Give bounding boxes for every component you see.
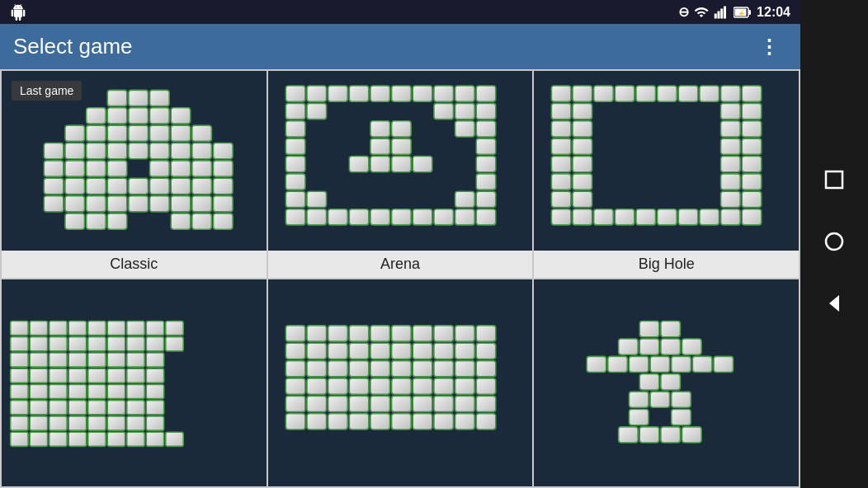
svg-rect-262 (413, 378, 432, 394)
svg-rect-191 (146, 353, 163, 367)
svg-rect-281 (391, 414, 411, 429)
svg-rect-155 (721, 209, 741, 225)
svg-rect-246 (285, 361, 305, 377)
flat-game-svg (268, 279, 533, 486)
svg-rect-277 (307, 414, 327, 429)
svg-rect-105 (349, 209, 369, 225)
svg-rect-303 (650, 392, 670, 407)
svg-rect-284 (455, 414, 474, 429)
svg-rect-115 (594, 86, 614, 101)
game-card-spiral[interactable] (2, 279, 267, 486)
svg-rect-108 (413, 209, 432, 225)
svg-rect-293 (587, 357, 606, 373)
dnd-icon: ⊖ (678, 4, 689, 20)
game-card-arena[interactable]: Arena (268, 71, 533, 278)
svg-rect-55 (150, 196, 170, 212)
svg-rect-232 (413, 326, 432, 341)
svg-rect-235 (476, 326, 496, 341)
svg-rect-302 (630, 392, 649, 407)
svg-rect-40 (214, 161, 234, 176)
svg-rect-288 (661, 321, 681, 337)
svg-rect-195 (146, 385, 163, 399)
svg-rect-257 (307, 378, 327, 394)
svg-rect-9 (107, 91, 127, 106)
svg-rect-60 (87, 214, 106, 229)
svg-rect-103 (307, 209, 327, 225)
svg-rect-263 (434, 378, 454, 394)
svg-rect-300 (640, 374, 660, 390)
svg-rect-305 (630, 410, 649, 425)
svg-rect-206 (68, 353, 86, 367)
game-grid: Last game (0, 69, 800, 488)
svg-rect-33 (44, 161, 64, 176)
svg-rect-32 (214, 143, 234, 159)
svg-rect-306 (672, 410, 691, 425)
svg-rect-294 (608, 357, 628, 373)
svg-rect-137 (721, 157, 741, 172)
svg-rect-70 (370, 86, 390, 101)
svg-rect-43 (87, 179, 106, 195)
svg-rect-98 (285, 192, 305, 208)
svg-rect-133 (721, 139, 741, 155)
svg-rect-256 (285, 378, 305, 394)
svg-rect-78 (434, 104, 454, 120)
svg-rect-136 (573, 157, 592, 172)
svg-rect-174 (166, 337, 183, 351)
svg-rect-211 (127, 369, 144, 383)
svg-rect-243 (434, 344, 454, 359)
svg-rect-3 (724, 6, 726, 18)
svg-rect-151 (636, 209, 656, 225)
svg-rect-73 (434, 86, 454, 101)
more-options-button[interactable]: ⋮ (752, 29, 787, 65)
square-button[interactable] (823, 168, 846, 197)
svg-rect-236 (285, 344, 305, 359)
game-card-flat[interactable] (268, 279, 533, 486)
svg-rect-89 (476, 139, 496, 155)
svg-rect-102 (285, 209, 305, 225)
svg-rect-106 (370, 209, 390, 225)
svg-rect-296 (650, 357, 670, 373)
svg-rect-272 (413, 396, 432, 412)
svg-rect-275 (476, 396, 496, 412)
svg-rect-66 (285, 86, 305, 101)
svg-rect-245 (476, 344, 496, 359)
svg-rect-259 (349, 378, 369, 394)
svg-rect-150 (616, 209, 635, 225)
game-card-figure[interactable] (534, 279, 799, 486)
svg-rect-19 (107, 126, 127, 142)
svg-rect-85 (476, 121, 496, 137)
svg-rect-242 (413, 344, 432, 359)
back-button[interactable] (823, 292, 846, 321)
svg-rect-146 (743, 192, 762, 208)
svg-rect-226 (285, 326, 305, 341)
svg-rect-180 (127, 432, 144, 446)
svg-rect-310 (682, 427, 702, 443)
svg-rect-268 (328, 396, 347, 412)
svg-rect-128 (573, 121, 592, 137)
circle-button[interactable] (823, 230, 846, 259)
nav-bar (800, 0, 868, 488)
svg-rect-247 (307, 361, 327, 377)
figure-game-svg (534, 279, 799, 486)
svg-rect-169 (11, 369, 28, 383)
svg-rect-34 (65, 161, 85, 176)
svg-rect-67 (307, 86, 327, 101)
svg-rect-149 (594, 209, 614, 225)
game-card-classic[interactable]: Last game (2, 71, 267, 278)
game-thumbnail-spiral (2, 279, 267, 486)
svg-rect-35 (87, 161, 106, 176)
game-thumbnail-big-hole (534, 71, 799, 251)
svg-rect-238 (328, 344, 347, 359)
svg-rect-175 (30, 432, 47, 446)
game-card-big-hole[interactable]: Big Hole (534, 71, 799, 278)
svg-rect-116 (616, 86, 635, 101)
svg-rect-63 (192, 214, 212, 229)
svg-rect-58 (214, 196, 234, 212)
svg-rect-217 (107, 401, 125, 415)
svg-rect-96 (285, 174, 305, 190)
svg-rect-93 (391, 157, 411, 172)
svg-rect-160 (50, 321, 67, 336)
svg-rect-177 (68, 432, 86, 446)
svg-rect-184 (50, 337, 67, 351)
svg-rect-83 (391, 121, 411, 137)
